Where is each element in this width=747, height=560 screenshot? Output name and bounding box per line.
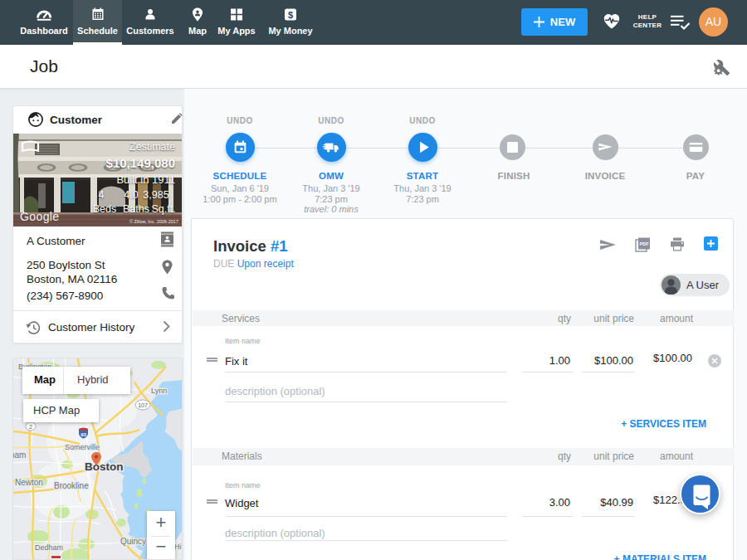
svg-text:PDF: PDF	[640, 241, 650, 246]
svg-text:Dedham: Dedham	[35, 543, 63, 552]
svg-text:Newton: Newton	[15, 478, 43, 487]
svg-text:Brookline: Brookline	[54, 481, 89, 490]
svg-text:107: 107	[138, 402, 148, 408]
svg-text:Boston: Boston	[85, 460, 124, 473]
svg-text:ham: ham	[13, 450, 26, 460]
svg-text:2: 2	[29, 424, 32, 430]
svg-text:Quincy: Quincy	[120, 537, 146, 546]
svg-text:93: 93	[81, 432, 86, 437]
svg-text:Somerville: Somerville	[65, 443, 100, 451]
svg-text:Lynn: Lynn	[151, 387, 167, 395]
svg-text:$: $	[288, 10, 293, 20]
svg-text:Hi: Hi	[174, 543, 182, 551]
